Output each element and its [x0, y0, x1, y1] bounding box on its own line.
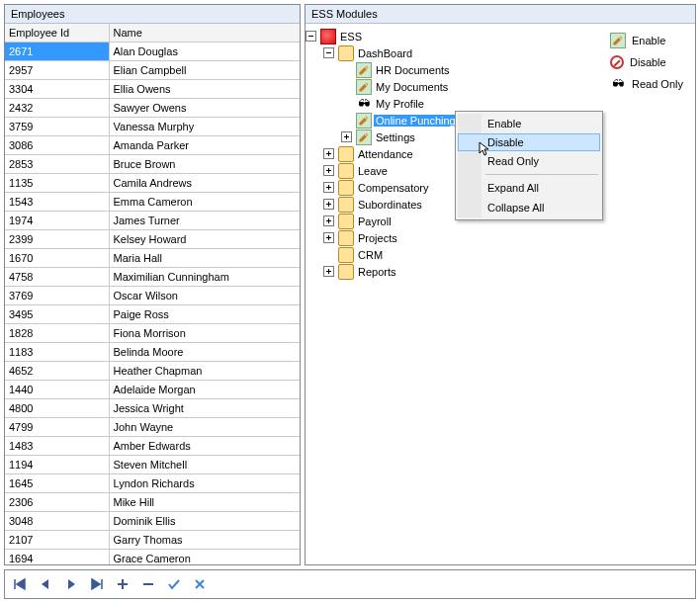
cancel-button[interactable]: [189, 573, 211, 595]
table-row[interactable]: 3304Ellia Owens: [5, 80, 300, 99]
expand-toggle[interactable]: [341, 131, 352, 142]
tree-node[interactable]: DashBoard: [323, 44, 606, 61]
expand-toggle[interactable]: [323, 148, 334, 159]
table-row[interactable]: 4800Jessica Wright: [5, 399, 300, 418]
cell-employee-id: 1183: [5, 343, 109, 362]
expand-toggle[interactable]: [323, 165, 334, 176]
table-row[interactable]: 1483Amber Edwards: [5, 437, 300, 456]
expand-toggle[interactable]: [323, 266, 334, 277]
table-row[interactable]: 1135Camila Andrews: [5, 174, 300, 193]
table-row[interactable]: 1828Fiona Morrison: [5, 324, 300, 343]
table-row[interactable]: 2306Mike Hill: [5, 493, 300, 512]
cell-employee-name: Vanessa Murphy: [109, 118, 300, 136]
cell-employee-id: 4652: [5, 362, 109, 381]
employees-header-row: Employee Id Name: [5, 24, 300, 43]
enable-icon: [356, 79, 372, 95]
nav-last-button[interactable]: [86, 573, 108, 595]
context-menu[interactable]: EnableDisableRead Only Expand AllCollaps…: [455, 111, 603, 220]
nav-prev-button[interactable]: [35, 573, 56, 595]
table-row[interactable]: 3769Oscar Wilson: [5, 287, 300, 305]
employees-table-scroll[interactable]: Employee Id Name 2671Alan Douglas2957Eli…: [5, 24, 300, 564]
expand-toggle[interactable]: [323, 232, 334, 243]
context-menu-item[interactable]: Enable: [458, 114, 600, 133]
remove-button[interactable]: [137, 573, 159, 595]
table-row[interactable]: 1670Maria Hall: [5, 249, 300, 268]
tree-node-label: Settings: [374, 131, 417, 143]
cell-employee-id: 1543: [5, 193, 109, 212]
tree-node[interactable]: Reports: [323, 263, 606, 280]
table-row[interactable]: 3086Amanda Parker: [5, 136, 300, 155]
expand-toggle[interactable]: [323, 215, 334, 226]
expand-toggle[interactable]: [323, 199, 334, 210]
table-row[interactable]: 2432Sawyer Owens: [5, 99, 300, 118]
expand-toggle[interactable]: [323, 182, 334, 193]
apply-button[interactable]: [163, 573, 185, 595]
context-menu-item[interactable]: Collapse All: [458, 198, 600, 217]
table-row[interactable]: 1645Lyndon Richards: [5, 474, 300, 493]
cell-employee-id: 1483: [5, 437, 109, 456]
table-row[interactable]: 4758Maximilian Cunningham: [5, 268, 300, 287]
table-row[interactable]: 2957Elian Campbell: [5, 61, 300, 80]
cell-employee-id: 1828: [5, 324, 109, 343]
module-icon: [338, 230, 354, 246]
cell-employee-id: 3086: [5, 136, 109, 155]
cell-employee-name: Fiona Morrison: [109, 324, 300, 343]
table-row[interactable]: 1543Emma Cameron: [5, 193, 300, 212]
context-menu-separator: [485, 174, 598, 175]
table-row[interactable]: 1974James Turner: [5, 212, 300, 230]
cell-employee-name: Paige Ross: [109, 305, 300, 324]
employees-panel: Employees Employee Id Name 2671Alan Doug…: [4, 4, 301, 565]
tree-node[interactable]: HR Documents: [341, 61, 606, 78]
table-row[interactable]: 3048Dominik Ellis: [5, 512, 300, 531]
table-row[interactable]: 2399Kelsey Howard: [5, 230, 300, 249]
table-row[interactable]: 1694Grace Cameron: [5, 550, 300, 565]
tree-node[interactable]: My Profile: [341, 95, 606, 112]
collapse-toggle[interactable]: [323, 47, 334, 58]
tree-node[interactable]: ESS: [306, 28, 606, 44]
cell-employee-id: 1440: [5, 381, 109, 399]
enable-icon: [356, 113, 372, 129]
collapse-toggle[interactable]: [306, 31, 316, 42]
tree-node-label: CRM: [356, 249, 385, 261]
cell-employee-id: 2432: [5, 99, 109, 118]
table-row[interactable]: 4799John Wayne: [5, 418, 300, 437]
table-row[interactable]: 1440Adelaide Morgan: [5, 381, 300, 399]
tree-node-label: Payroll: [356, 215, 394, 227]
cell-employee-name: Dominik Ellis: [109, 512, 300, 531]
mouse-cursor-icon: [479, 141, 494, 157]
tree-node[interactable]: CRM: [323, 246, 606, 263]
nav-first-button[interactable]: [9, 573, 31, 595]
legend-readonly-label: Read Only: [632, 78, 683, 90]
cell-employee-name: Belinda Moore: [109, 343, 300, 362]
toggle-spacer: [341, 115, 352, 126]
cell-employee-name: Elian Campbell: [109, 61, 300, 80]
module-icon: [338, 180, 354, 196]
context-menu-item[interactable]: Expand All: [458, 178, 600, 198]
tree-node-label: Reports: [356, 266, 398, 278]
table-row[interactable]: 3759Vanessa Murphy: [5, 118, 300, 136]
tree-node-label: Leave: [356, 165, 390, 177]
col-header-name[interactable]: Name: [109, 24, 300, 43]
module-icon: [338, 45, 354, 61]
add-button[interactable]: [112, 573, 133, 595]
col-header-id[interactable]: Employee Id: [5, 24, 109, 43]
cell-employee-id: 3495: [5, 305, 109, 324]
legend-readonly: Read Only: [610, 73, 691, 95]
cell-employee-id: 1670: [5, 249, 109, 268]
tree-node[interactable]: My Documents: [341, 78, 606, 95]
nav-next-button[interactable]: [60, 573, 82, 595]
table-row[interactable]: 2853Bruce Brown: [5, 155, 300, 174]
module-icon: [338, 214, 354, 229]
table-row[interactable]: 3495Paige Ross: [5, 305, 300, 324]
cell-employee-name: Camila Andrews: [109, 174, 300, 193]
table-row[interactable]: 2107Garry Thomas: [5, 531, 300, 550]
table-row[interactable]: 4652Heather Chapman: [5, 362, 300, 381]
table-row[interactable]: 2671Alan Douglas: [5, 43, 300, 61]
tree-node[interactable]: Projects: [323, 229, 606, 246]
employees-panel-title: Employees: [5, 5, 300, 24]
cell-employee-name: Mike Hill: [109, 493, 300, 512]
table-row[interactable]: 1194Steven Mitchell: [5, 456, 300, 474]
modules-tree[interactable]: ESSDashBoardHR DocumentsMy DocumentsMy P…: [306, 24, 606, 564]
cell-employee-id: 2957: [5, 61, 109, 80]
table-row[interactable]: 1183Belinda Moore: [5, 343, 300, 362]
